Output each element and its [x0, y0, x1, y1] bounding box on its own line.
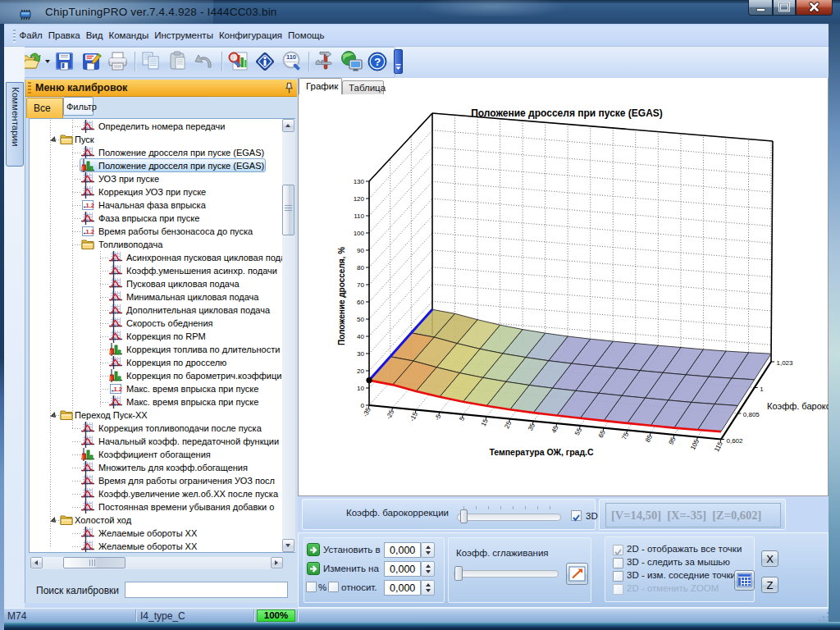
svg-text:5: 5 [458, 415, 466, 422]
svg-text:105: 105 [689, 438, 701, 451]
svg-text:1.2: 1.2 [86, 228, 94, 235]
svg-text:?: ? [374, 56, 381, 68]
svg-text:-25: -25 [385, 409, 396, 421]
svg-text:Положение дросселя, %: Положение дросселя, % [337, 247, 346, 345]
svg-text:100: 100 [354, 230, 365, 237]
svg-text:65: 65 [597, 429, 607, 440]
svg-text:110: 110 [354, 212, 364, 220]
svg-text:1: 1 [760, 386, 764, 393]
svg-text:55: 55 [573, 427, 583, 437]
svg-text:0,602: 0,602 [727, 437, 744, 445]
svg-text:90: 90 [357, 247, 364, 254]
svg-text:85: 85 [644, 433, 654, 444]
svg-text:70: 70 [357, 281, 364, 289]
svg-text:30: 30 [357, 350, 364, 358]
svg-text:40: 40 [357, 333, 364, 340]
svg-text:75: 75 [620, 431, 630, 441]
svg-text:1,023: 1,023 [777, 359, 794, 367]
svg-text:1.2: 1.2 [114, 386, 122, 393]
svg-text:20: 20 [357, 368, 364, 375]
svg-text:1.2: 1.2 [86, 202, 94, 209]
svg-text:120: 120 [354, 195, 365, 203]
svg-text:Коэфф. барокор: Коэфф. барокор [767, 401, 833, 411]
svg-text:25: 25 [503, 419, 513, 430]
svg-text:95: 95 [668, 436, 678, 446]
svg-text:Температура ОЖ, град.С: Температура ОЖ, град.С [489, 447, 594, 457]
svg-text:15: 15 [480, 418, 490, 428]
svg-text:80: 80 [357, 264, 364, 272]
svg-text:115: 115 [713, 440, 724, 453]
svg-text:60: 60 [357, 299, 364, 306]
svg-text:45: 45 [550, 424, 560, 435]
svg-text:10: 10 [357, 385, 364, 392]
svg-text:0,805: 0,805 [743, 411, 760, 418]
svg-text:35: 35 [527, 422, 536, 432]
svg-text:-15: -15 [409, 410, 420, 422]
svg-text:50: 50 [357, 316, 364, 323]
svg-text:130: 130 [354, 178, 365, 185]
svg-text:-5: -5 [433, 413, 442, 422]
svg-text:Положение дросселя при пуске (: Положение дросселя при пуске (EGAS) [471, 107, 663, 119]
svg-text:110: 110 [286, 53, 296, 61]
